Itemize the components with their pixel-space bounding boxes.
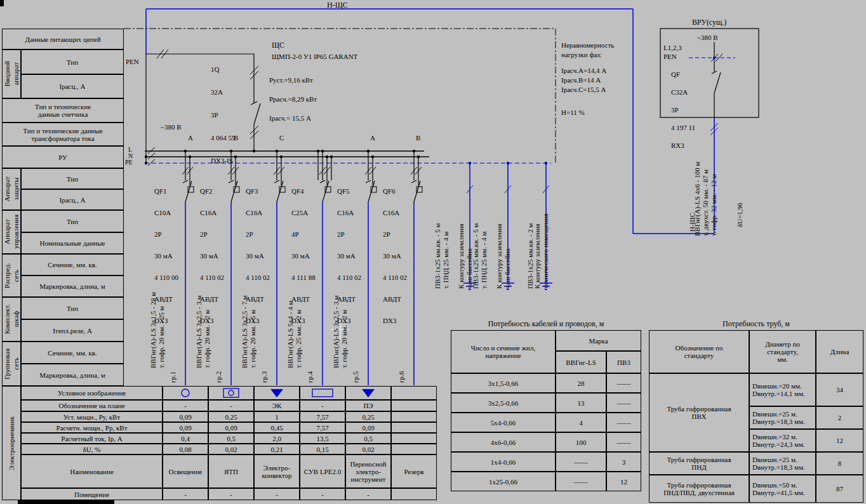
p-calc-cell: 0,09 — [208, 422, 254, 433]
row-room: Помещение — [21, 488, 163, 500]
imbalance-title: Неравномерность нагрузки фаз: — [561, 41, 614, 60]
panel-p-ust: Руст.=9,16 кВт — [269, 76, 317, 85]
cat-cabinet: Комплект. шкаф — [2, 297, 21, 342]
breaker-tag: QF2 — [200, 186, 224, 197]
breaker-article: 4 110 02 — [337, 272, 361, 283]
p-inst-cell: 0,09 — [163, 411, 208, 422]
cable-size-cell: 3х1,5-0,66 — [451, 373, 556, 393]
pipes-table-title: Потребность труб, м — [649, 319, 863, 329]
vru-du-label: δU=1,96 — [736, 202, 744, 227]
pipe-len-cell: 34 — [816, 373, 863, 406]
symbol-cell — [345, 386, 391, 400]
current-cell: 13,5 — [300, 433, 345, 444]
group-cable-label: ВВГнг(А)-LS 5х4 - 4 м т. гофр. 25 мм. - … — [286, 301, 303, 368]
cable-size-cell: 3х2,5-0,66 — [451, 393, 556, 413]
row-plan-designation: Обозначение на плане — [21, 400, 163, 411]
panel-powers: Руст.=9,16 кВт Ррасч.=8,29 кВт Iрасч.= 1… — [269, 66, 317, 133]
panel-voltage: ~380 В — [161, 123, 182, 132]
breaker-leak: 30 мА — [246, 251, 270, 262]
symbol-cell — [300, 386, 345, 400]
du-cell: 0,08 — [163, 444, 208, 454]
drawing-area[interactable]: Данные питающих цепей Вводной аппарат Ти… — [0, 0, 866, 504]
input-breaker-poles: 3P — [211, 109, 236, 121]
p-calc-cell: 0,09 — [163, 422, 208, 433]
vru-title: ВРУ(сущ.) — [692, 18, 726, 27]
cat-input-apparatus-label: Вводной аппарат — [3, 61, 20, 87]
cable-v1-cell: 4 — [556, 413, 606, 432]
group-number: гр.6 — [397, 371, 406, 383]
current-cell: 0,5 — [345, 433, 391, 444]
symbol-cell — [208, 386, 254, 400]
row-control-nominal: Номинальные данные — [21, 232, 124, 254]
group-circuit-3 — [274, 150, 285, 385]
breaker-poles: 4P — [291, 229, 316, 240]
cable-v2-cell: 12 — [606, 472, 641, 491]
room-cell: - — [254, 488, 300, 500]
input-breaker-tag: 1Q — [211, 63, 236, 75]
breaker-current: C10A — [154, 208, 178, 218]
cat-distribution-net-label: Распред. сеть — [3, 263, 20, 288]
group-circuit-2 — [228, 150, 239, 385]
cat-consumer-label: Электроприемник — [7, 416, 16, 470]
row-group-marking: Маркировка, длина, м — [21, 364, 124, 386]
breaker-tag: QF5 — [337, 186, 361, 197]
header-supply-data: Данные питающих цепей — [2, 29, 124, 50]
breaker-kind: АВДТ — [383, 294, 407, 305]
symbol-cell — [254, 386, 300, 400]
imbalance-ib: Iрасч.В=14 А — [561, 76, 601, 85]
pipe-len-cell: 12 — [816, 429, 863, 452]
row-input-current: Iрасц., А — [21, 74, 124, 98]
designation-cell: - — [208, 400, 254, 411]
name-cell: Резерв — [391, 454, 437, 488]
row-input-type: Тип — [21, 50, 124, 74]
cat-input-apparatus: Вводной аппарат — [2, 50, 21, 98]
symbol-cell — [163, 386, 208, 400]
du-cell: 0,21 — [254, 444, 300, 454]
vru-voltage: ~380 В — [697, 33, 718, 43]
name-cell: ЯТП — [208, 454, 254, 488]
room-cell: - — [300, 488, 345, 500]
vru-breaker-article: 4 197 11 — [671, 123, 695, 132]
group-cable-label: ВВГнг(А)-LS 3х2,5 - 7 м т. гофр. 20 мм. … — [241, 295, 257, 368]
room-cell: - — [345, 488, 391, 500]
vru-cable-label: ВВГнг(А)-LS 4х6 - 100 м т. двухст. 50 мм… — [693, 162, 718, 236]
row-protection-current: Iрасц., А — [21, 189, 124, 210]
vru-breaker-tag: QF — [671, 70, 695, 79]
vru-breaker-block: QF C32A 3P 4 197 11 RX3 — [671, 61, 695, 159]
phase-label: A — [370, 133, 375, 143]
breaker-leak: 30 мА — [154, 251, 178, 262]
vru-pen-label: PEN — [663, 52, 677, 62]
designation-cell: - — [300, 400, 345, 411]
row-dist-section: Сечение, мм. кв. — [21, 254, 124, 275]
row-dist-marking: Маркировка, длина, м — [21, 275, 124, 297]
group-cable-label: ВВГнг(А)-LS 3х1,5 - 28 м т. гофр. 20 мм.… — [149, 292, 166, 368]
pipe-len-cell: 87 — [816, 475, 863, 503]
breaker-current: C16A — [246, 208, 270, 218]
imbalance-ia: Iрасч.А=14,4 А — [561, 66, 606, 76]
pipe-len-cell: 2 — [816, 406, 863, 429]
room-cell: - — [163, 488, 208, 500]
cable-v1-cell: 13 — [556, 393, 606, 413]
breaker-leak: 30 мА — [337, 251, 361, 262]
p-calc-cell: 0,45 — [254, 422, 300, 433]
row-calc-current: Расчетный ток, Iр, А — [21, 433, 163, 444]
cables-col-size-header: Число и сечение жил, напряжение — [451, 330, 556, 373]
cables-brand2-header: ПВ3 — [606, 351, 641, 373]
imbalance-h: Н=11 % — [561, 108, 585, 117]
pipes-std-header: Обозначение по стандарту — [649, 330, 749, 373]
breaker-current: C16A — [337, 208, 361, 218]
cable-size-cell: 1х4-0,66 — [451, 452, 556, 472]
breaker-leak: 30 мА — [291, 251, 316, 262]
current-cell: 0,5 — [208, 433, 254, 444]
row-group-section: Сечение, мм. кв. — [21, 342, 124, 364]
cable-v1-cell: 28 — [556, 373, 606, 393]
p-calc-cell: 7,57 — [300, 422, 345, 433]
cables-col-brand-header: Марка — [556, 330, 641, 351]
phase-label: A — [188, 133, 193, 143]
breaker-block: QF6 C16A 2P 30 мА 4 110 02 АВДТ DX3 — [383, 175, 407, 337]
cat-group-net-label: Групповая сеть — [3, 348, 20, 380]
panel-i-calc: Iрасч.= 15,5 А — [269, 114, 317, 123]
group-circuit-4 — [317, 150, 333, 385]
panel-p-calc: Ррасч.=8,29 кВт — [269, 95, 317, 104]
room-cell — [391, 488, 437, 500]
